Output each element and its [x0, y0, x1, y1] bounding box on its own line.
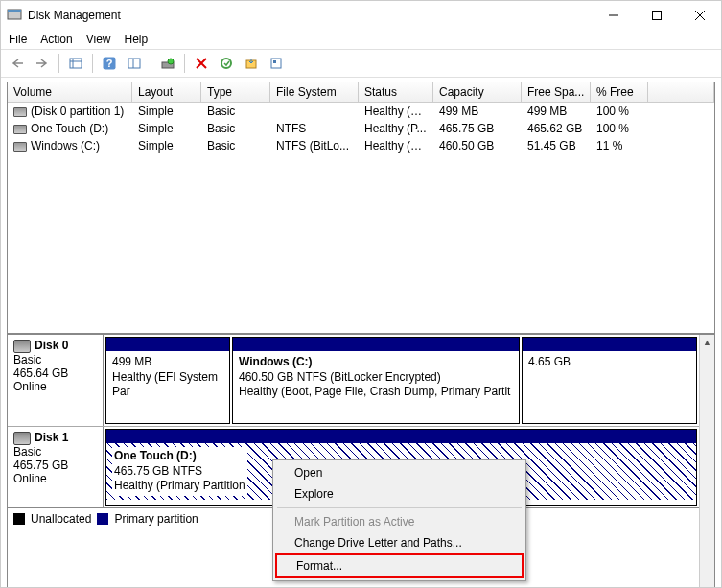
disk-name: Disk 0 [35, 339, 68, 352]
menu-help[interactable]: Help [125, 33, 149, 46]
disk-status: Online [13, 380, 97, 393]
svg-rect-1 [8, 10, 21, 12]
volume-status: Healthy (E... [359, 104, 433, 119]
volume-icon [13, 142, 27, 152]
tb-icon-3[interactable] [124, 53, 145, 74]
volume-status: Healthy (B... [359, 138, 433, 153]
volume-free: 499 MB [522, 104, 591, 119]
context-menu-item[interactable]: Explore [275, 483, 524, 505]
toolbar: ? [1, 49, 721, 78]
volume-row[interactable]: One Touch (D:)SimpleBasicNTFSHealthy (P.… [8, 120, 714, 137]
legend-unallocated-swatch [13, 513, 25, 525]
maximize-button[interactable] [635, 1, 678, 30]
graphic-scrollbar[interactable]: ▲ [699, 335, 714, 588]
partition[interactable]: 4.65 GB [522, 337, 697, 424]
disk-size: 465.64 GB [13, 366, 97, 380]
partition-size: 4.65 GB [528, 355, 690, 370]
partition[interactable]: Windows (C:)460.50 GB NTFS (BitLocker En… [232, 337, 520, 424]
context-menu-item[interactable]: Format... [275, 553, 524, 578]
svg-rect-6 [70, 59, 82, 68]
volume-type: Basic [201, 121, 270, 136]
volume-capacity: 460.50 GB [433, 138, 522, 153]
volume-fs: NTFS [270, 121, 359, 136]
partition-size: 460.50 GB NTFS (BitLocker Encrypted) [239, 370, 513, 386]
col-filesystem[interactable]: File System [270, 82, 359, 102]
partition-size: 465.75 GB NTFS [114, 464, 202, 478]
close-button[interactable] [678, 1, 721, 30]
col-freespace[interactable]: Free Spa... [522, 82, 591, 102]
volume-status: Healthy (P... [359, 121, 433, 136]
volume-layout: Simple [132, 121, 201, 136]
legend-primary-swatch [97, 513, 108, 525]
context-menu-separator [277, 507, 522, 508]
context-menu: OpenExploreMark Partition as ActiveChang… [272, 459, 526, 581]
partition[interactable]: 499 MBHealthy (EFI System Par [105, 337, 230, 424]
disk-label[interactable]: Disk 1Basic465.75 GBOnline [8, 427, 104, 507]
volume-name: One Touch (D:) [31, 122, 108, 135]
tb-icon-6[interactable] [216, 53, 237, 74]
scroll-up-icon[interactable]: ▲ [700, 335, 714, 350]
forward-button[interactable] [32, 53, 53, 74]
menu-action[interactable]: Action [40, 33, 72, 46]
disk-icon [13, 340, 31, 353]
volume-layout: Simple [132, 138, 201, 153]
app-icon [7, 7, 22, 25]
disk-icon [13, 432, 31, 445]
volume-name: (Disk 0 partition 1) [31, 105, 124, 118]
volume-icon [13, 125, 27, 134]
col-capacity[interactable]: Capacity [433, 82, 522, 102]
disk-type: Basic [13, 445, 97, 459]
tb-icon-1[interactable] [65, 53, 86, 74]
volume-free: 51.45 GB [522, 138, 591, 153]
titlebar: Disk Management [1, 1, 721, 30]
disk-type: Basic [13, 353, 97, 366]
help-icon[interactable]: ? [99, 53, 120, 74]
partition-header [233, 338, 519, 351]
svg-rect-3 [652, 12, 661, 20]
volume-pct: 100 % [591, 121, 648, 136]
partition-desc: Healthy (EFI System Par [112, 370, 223, 400]
volume-capacity: 465.75 GB [433, 121, 522, 136]
volume-type: Basic [201, 104, 270, 119]
partition-body: 499 MBHealthy (EFI System Par [106, 351, 229, 404]
svg-rect-20 [273, 60, 276, 63]
volume-list[interactable]: (Disk 0 partition 1)SimpleBasicHealthy (… [8, 103, 714, 333]
col-spacer [648, 82, 714, 102]
partition-header [106, 430, 696, 443]
volume-fs [270, 104, 359, 119]
disk-label[interactable]: Disk 0Basic465.64 GBOnline [8, 335, 104, 426]
menu-file[interactable]: File [9, 33, 27, 46]
volume-pct: 11 % [591, 138, 648, 153]
tb-icon-7[interactable] [241, 53, 262, 74]
context-menu-item[interactable]: Open [275, 462, 524, 483]
partition-desc: Healthy (Boot, Page File, Crash Dump, Pr… [239, 385, 513, 400]
svg-rect-11 [128, 59, 140, 68]
volume-list-header: Volume Layout Type File System Status Ca… [8, 82, 714, 103]
col-volume[interactable]: Volume [8, 82, 132, 102]
disk-row: Disk 0Basic465.64 GBOnline499 MBHealthy … [8, 335, 714, 427]
minimize-button[interactable] [592, 1, 635, 30]
tb-icon-8[interactable] [266, 53, 287, 74]
menu-view[interactable]: View [86, 33, 111, 46]
delete-icon[interactable] [191, 53, 212, 74]
col-layout[interactable]: Layout [132, 82, 201, 102]
partitions-container: 499 MBHealthy (EFI System ParWindows (C:… [104, 335, 714, 426]
volume-row[interactable]: Windows (C:)SimpleBasicNTFS (BitLo...Hea… [8, 137, 714, 154]
volume-fs: NTFS (BitLo... [270, 138, 359, 153]
partition-header [106, 338, 229, 351]
col-status[interactable]: Status [359, 82, 433, 102]
back-button[interactable] [7, 53, 28, 74]
tb-icon-4[interactable] [157, 53, 178, 74]
partition-title: One Touch (D:) [114, 449, 197, 462]
volume-free: 465.62 GB [522, 121, 591, 136]
partition-size: 499 MB [112, 355, 223, 370]
disk-size: 465.75 GB [13, 459, 97, 472]
col-type[interactable]: Type [201, 82, 270, 102]
volume-row[interactable]: (Disk 0 partition 1)SimpleBasicHealthy (… [8, 103, 714, 120]
disk-name: Disk 1 [35, 431, 68, 444]
partition-body: 4.65 GB [523, 351, 696, 374]
partition-body: Windows (C:)460.50 GB NTFS (BitLocker En… [233, 351, 519, 404]
context-menu-item[interactable]: Change Drive Letter and Paths... [275, 532, 524, 553]
volume-capacity: 499 MB [433, 104, 522, 119]
col-pctfree[interactable]: % Free [591, 82, 648, 102]
